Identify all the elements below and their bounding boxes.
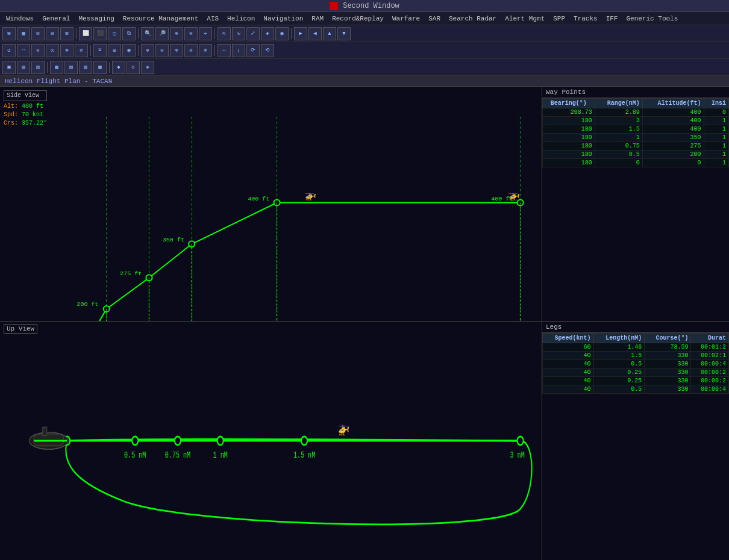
menu-item-resource-management[interactable]: Resource Management <box>119 14 202 23</box>
tb-btn-23[interactable]: ▼ <box>337 27 351 40</box>
svg-text:200 ft: 200 ft <box>77 301 98 308</box>
tb2-btn-3[interactable]: ⊙ <box>31 44 45 57</box>
menu-item-search-radar[interactable]: Search Radar <box>445 14 500 23</box>
tb3-btn-6[interactable]: ▨ <box>79 61 92 74</box>
wp-altitude-1: 400 <box>642 117 704 125</box>
waypoints-header: Way Points <box>542 87 729 98</box>
tb3-btn-4[interactable]: ▦ <box>50 61 63 74</box>
tb-btn-20[interactable]: ▶ <box>294 27 307 40</box>
toolbar-2: ↺ ⌒ ⊙ ◎ ⊛ ⌀ ⌘ ⊞ ◉ ⊕ ⊖ ⊗ ⊘ ⊚ ↔ ↕ ⟳ ⟲ <box>0 42 729 59</box>
leg-speed-1: 40 <box>543 352 594 360</box>
tb-btn-21[interactable]: ◀ <box>308 27 322 40</box>
menu-item-messaging[interactable]: Messaging <box>75 14 117 23</box>
wp-col-bearing: Bearing(°) <box>543 99 595 108</box>
up-view-chart: 0.5 nM 0.75 nM 1 nM 1.5 nM 3 nM 🚁 <box>0 322 542 560</box>
spd-info: Spd: 70 knt <box>4 111 47 119</box>
tb2-btn-10[interactable]: ⊕ <box>141 44 154 57</box>
tb2-btn-15[interactable]: ↔ <box>217 44 231 57</box>
tb2-btn-2[interactable]: ⌒ <box>17 44 30 57</box>
tb2-btn-4[interactable]: ◎ <box>46 44 59 57</box>
menu-item-alert-mgmt[interactable]: Alert Mgmt <box>501 14 548 23</box>
tb-btn-11[interactable]: 🔎 <box>155 27 169 40</box>
tb-btn-1[interactable]: ⊞ <box>2 27 16 40</box>
tb3-btn-5[interactable]: ▧ <box>64 61 78 74</box>
tb-btn-19[interactable]: ◉ <box>275 27 289 40</box>
tb3-btn-3[interactable]: ▥ <box>31 61 45 74</box>
tb3-btn-8[interactable]: ◆ <box>112 61 125 74</box>
wp-insi-1: 1 <box>704 117 728 125</box>
menu-item-record-replay[interactable]: Record&Replay <box>328 14 387 23</box>
up-view-label: Up View <box>4 324 37 334</box>
tb2-btn-6[interactable]: ⌀ <box>75 44 88 57</box>
leg-length-5: 0.5 <box>593 385 645 394</box>
tb2-btn-14[interactable]: ⊚ <box>199 44 212 57</box>
wp-altitude-3: 350 <box>642 134 704 142</box>
tb2-btn-7[interactable]: ⌘ <box>93 44 107 57</box>
alt-info: Alt: 400 ft <box>4 102 47 111</box>
tb3-btn-7[interactable]: ▩ <box>93 61 107 74</box>
side-view: Side View Alt: 400 ft Spd: 70 knt Crs: 3… <box>0 87 542 321</box>
tb3-btn-9[interactable]: ◇ <box>127 61 140 74</box>
leg-speed-2: 40 <box>543 360 594 369</box>
menu-item-ais[interactable]: AIS <box>203 14 222 23</box>
tb-btn-6[interactable]: ⬜ <box>79 27 92 40</box>
menu-item-spp[interactable]: SPP <box>549 14 569 23</box>
svg-text:0.75 nM: 0.75 nM <box>165 451 190 461</box>
tb3-btn-2[interactable]: ▤ <box>17 61 30 74</box>
wp-range-6: 0 <box>595 159 642 167</box>
tb-btn-10[interactable]: 🔍 <box>141 27 154 40</box>
tb2-btn-5[interactable]: ⊛ <box>60 44 74 57</box>
tb-btn-5[interactable]: ⊠ <box>60 27 74 40</box>
tb2-btn-13[interactable]: ⊘ <box>184 44 198 57</box>
menu-item-warfare[interactable]: Warfare <box>389 14 424 23</box>
tb-btn-17[interactable]: ⤢ <box>246 27 260 40</box>
menu-item-sar[interactable]: SAR <box>425 14 444 23</box>
tb-btn-8[interactable]: ◫ <box>108 27 121 40</box>
menu-item-iff[interactable]: IFF <box>602 14 622 23</box>
legs-table: Speed(knt) Length(nM) Course(°) Durat 60… <box>542 333 729 394</box>
tb-btn-7[interactable]: ⬛ <box>93 27 107 40</box>
leg-duration-1: 00:02:1 <box>691 352 729 360</box>
tb-btn-2[interactable]: ▦ <box>17 27 30 40</box>
tb2-btn-1[interactable]: ↺ <box>2 44 16 57</box>
tb-btn-3[interactable]: ⊡ <box>31 27 45 40</box>
waypoint-row-1: 180 3 400 1 <box>543 117 729 125</box>
menu-bar: WindowsGeneralMessagingResource Manageme… <box>0 12 729 25</box>
leg-row-3: 40 0.25 330 00:00:2 <box>543 369 729 377</box>
menu-item-generic-tools[interactable]: Generic Tools <box>622 14 681 23</box>
tb2-btn-12[interactable]: ⊗ <box>170 44 183 57</box>
wp-col-altitude: Altitude(ft) <box>642 99 704 108</box>
tb2-btn-16[interactable]: ↕ <box>232 44 245 57</box>
svg-text:0.5 nM: 0.5 nM <box>124 451 146 461</box>
tb-btn-12[interactable]: ⊕ <box>170 27 183 40</box>
leg-course-3: 330 <box>645 369 691 377</box>
tb3-btn-10[interactable]: ◈ <box>141 61 154 74</box>
tb-btn-9[interactable]: ⧉ <box>122 27 136 40</box>
tb2-btn-8[interactable]: ⊞ <box>108 44 121 57</box>
tb-btn-18[interactable]: ◈ <box>261 27 274 40</box>
tb-btn-13[interactable]: ⊖ <box>184 27 198 40</box>
tb-btn-4[interactable]: ⊟ <box>46 27 59 40</box>
menu-item-windows[interactable]: Windows <box>2 14 37 23</box>
menu-item-navigation[interactable]: Navigation <box>260 14 307 23</box>
menu-item-ram[interactable]: RAM <box>308 14 327 23</box>
svg-point-41 <box>518 437 524 445</box>
tb-btn-22[interactable]: ▲ <box>323 27 336 40</box>
tb2-btn-18[interactable]: ⟲ <box>261 44 274 57</box>
tb2-btn-9[interactable]: ◉ <box>122 44 136 57</box>
tb2-btn-11[interactable]: ⊖ <box>155 44 169 57</box>
tb-btn-14[interactable]: ✛ <box>199 27 212 40</box>
tb-btn-15[interactable]: ⇱ <box>217 27 231 40</box>
svg-text:1.5 nM: 1.5 nM <box>293 451 315 461</box>
up-view: Up View <box>0 322 542 560</box>
menu-item-tracks[interactable]: Tracks <box>570 14 601 23</box>
leg-row-5: 40 0.5 330 00:00:4 <box>543 385 729 394</box>
tb3-btn-1[interactable]: ▣ <box>2 61 16 74</box>
svg-rect-49 <box>43 427 47 435</box>
tb-btn-16[interactable]: ⇲ <box>232 27 245 40</box>
svg-text:1 nM: 1 nM <box>213 451 228 461</box>
leg-speed-5: 40 <box>543 385 594 394</box>
menu-item-general[interactable]: General <box>39 14 74 23</box>
menu-item-helicon[interactable]: Helicon <box>224 14 258 23</box>
tb2-btn-17[interactable]: ⟳ <box>246 44 260 57</box>
